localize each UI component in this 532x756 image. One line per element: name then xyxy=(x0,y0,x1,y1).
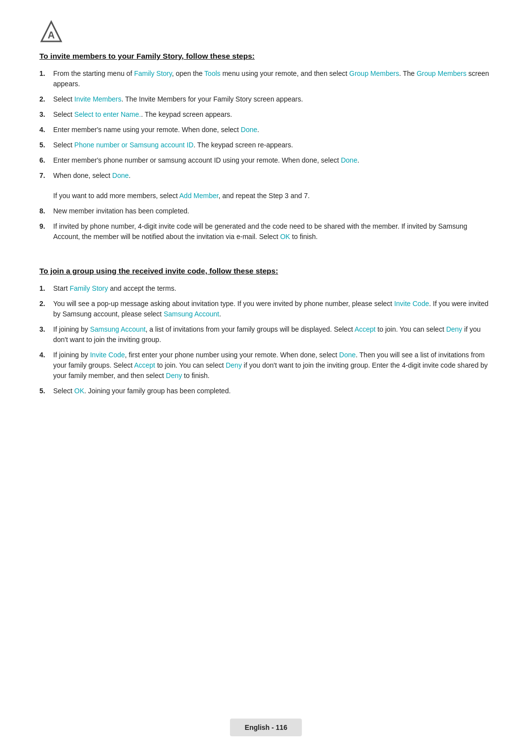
highlight-group-members-2: Group Members xyxy=(417,69,466,77)
step-6: 6. Enter member's phone number or samsun… xyxy=(39,155,493,166)
s2-step-4-content: If joining by Invite Code, first enter y… xyxy=(53,350,493,381)
step-8-number: 8. xyxy=(39,206,53,216)
highlight-group-members-1: Group Members xyxy=(349,69,399,77)
step-1-number: 1. xyxy=(39,69,53,89)
page-content: A To invite members to your Family Story… xyxy=(0,0,532,465)
step-3: 3. Select Select to enter Name.. The key… xyxy=(39,109,493,120)
step-6-number: 6. xyxy=(39,155,53,166)
section1-steps: 1. From the starting menu of Family Stor… xyxy=(39,69,493,181)
step-3-content: Select Select to enter Name.. The keypad… xyxy=(53,109,493,120)
step-9-number: 9. xyxy=(39,221,53,242)
step-5-number: 5. xyxy=(39,140,53,150)
step-2: 2. Select Invite Members. The Invite Mem… xyxy=(39,94,493,104)
step-7-content: When done, select Done. xyxy=(53,171,493,181)
highlight-family-story-2: Family Story xyxy=(69,284,108,292)
s2-step-5-content: Select OK. Joining your family group has… xyxy=(53,386,493,396)
highlight-deny-1: Deny xyxy=(446,325,463,333)
s2-step-1-number: 1. xyxy=(39,283,53,294)
step-7: 7. When done, select Done. xyxy=(39,171,493,181)
step-4-number: 4. xyxy=(39,125,53,135)
highlight-done-3: Done xyxy=(112,172,129,179)
s2-step-4-number: 4. xyxy=(39,350,53,381)
highlight-invite-code-1: Invite Code xyxy=(394,300,429,308)
step-1: 1. From the starting menu of Family Stor… xyxy=(39,69,493,89)
highlight-done-1: Done xyxy=(241,126,257,134)
section2-heading: To join a group using the received invit… xyxy=(39,267,493,275)
step-1-content: From the starting menu of Family Story, … xyxy=(53,69,493,89)
s2-step-3-content: If joining by Samsung Account, a list of… xyxy=(53,324,493,345)
step-4: 4. Enter member's name using your remote… xyxy=(39,125,493,135)
highlight-done-2: Done xyxy=(341,156,357,164)
highlight-select-name: Select to enter Name. xyxy=(74,110,141,118)
step-5: 5. Select Phone number or Samsung accoun… xyxy=(39,140,493,150)
step-5-content: Select Phone number or Samsung account I… xyxy=(53,140,493,150)
highlight-tools: Tools xyxy=(204,69,221,77)
page-footer: English - 116 xyxy=(230,719,302,736)
step-4-content: Enter member's name using your remote. W… xyxy=(53,125,493,135)
step-7-indent: If you want to add more members, select … xyxy=(53,191,493,201)
logo-icon: A xyxy=(39,20,493,45)
step-9: 9. If invited by phone number, 4-digit i… xyxy=(39,221,493,242)
section1-steps-cont: 8. New member invitation has been comple… xyxy=(39,206,493,242)
s2-step-5: 5. Select OK. Joining your family group … xyxy=(39,386,493,396)
highlight-deny-3: Deny xyxy=(166,372,182,379)
highlight-samsung-account-2: Samsung Account xyxy=(90,325,146,333)
s2-step-5-number: 5. xyxy=(39,386,53,396)
section2-steps: 1. Start Family Story and accept the ter… xyxy=(39,283,493,396)
highlight-accept-1: Accept xyxy=(355,325,376,333)
step-3-number: 3. xyxy=(39,109,53,120)
s2-step-3-number: 3. xyxy=(39,324,53,345)
highlight-family-story-1: Family Story xyxy=(134,69,172,77)
highlight-ok-1: OK xyxy=(280,233,290,241)
highlight-deny-2: Deny xyxy=(226,361,242,369)
highlight-accept-2: Accept xyxy=(134,361,155,369)
highlight-done-4: Done xyxy=(339,351,356,359)
highlight-invite-members: Invite Members xyxy=(74,95,122,103)
step-8: 8. New member invitation has been comple… xyxy=(39,206,493,216)
step-7-number: 7. xyxy=(39,171,53,181)
highlight-phone-samsung: Phone number or Samsung account ID xyxy=(74,141,194,149)
footer-label: English - 116 xyxy=(245,723,287,731)
highlight-samsung-account-1: Samsung Account xyxy=(164,310,219,318)
section1-heading: To invite members to your Family Story, … xyxy=(39,52,493,61)
step-6-content: Enter member's phone number or samsung a… xyxy=(53,155,493,166)
highlight-ok-2: OK xyxy=(74,387,84,395)
s2-step-1: 1. Start Family Story and accept the ter… xyxy=(39,283,493,294)
s2-step-2: 2. You will see a pop-up message asking … xyxy=(39,299,493,319)
step-2-number: 2. xyxy=(39,94,53,104)
s2-step-4: 4. If joining by Invite Code, first ente… xyxy=(39,350,493,381)
s2-step-3: 3. If joining by Samsung Account, a list… xyxy=(39,324,493,345)
step-9-content: If invited by phone number, 4-digit invi… xyxy=(53,221,493,242)
s2-step-2-number: 2. xyxy=(39,299,53,319)
step-8-content: New member invitation has been completed… xyxy=(53,206,493,216)
highlight-add-member: Add Member xyxy=(179,192,218,200)
step-2-content: Select Invite Members. The Invite Member… xyxy=(53,94,493,104)
highlight-invite-code-2: Invite Code xyxy=(90,351,125,359)
s2-step-1-content: Start Family Story and accept the terms. xyxy=(53,283,493,294)
s2-step-2-content: You will see a pop-up message asking abo… xyxy=(53,299,493,319)
svg-text:A: A xyxy=(48,30,55,40)
